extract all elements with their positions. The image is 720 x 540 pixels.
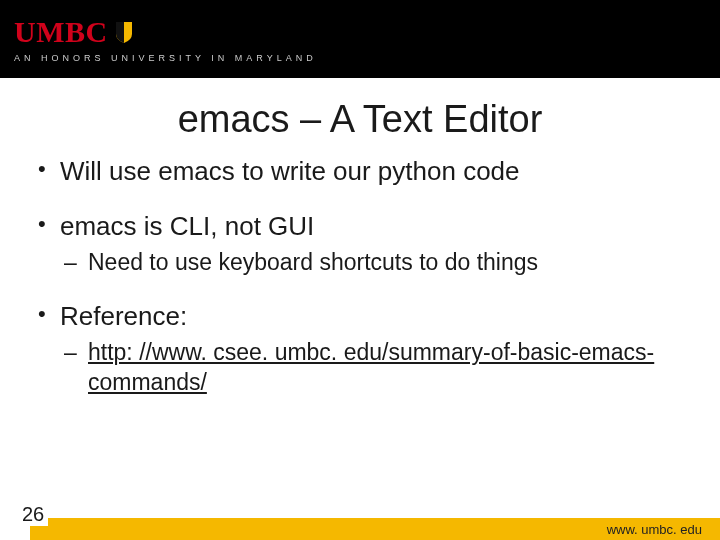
logo-text: UMBC [14, 17, 108, 47]
sub-bullet-item: http: //www. csee. umbc. edu/summary-of-… [60, 338, 684, 398]
bullet-text: Reference: [60, 301, 187, 331]
bullet-item: Will use emacs to write our python code [36, 155, 684, 188]
reference-link[interactable]: http: //www. csee. umbc. edu/summary-of-… [88, 339, 654, 395]
slide-title: emacs – A Text Editor [0, 78, 720, 155]
slide: UMBC AN HONORS UNIVERSITY IN MARYLAND em… [0, 0, 720, 540]
slide-content: Will use emacs to write our python code … [0, 155, 720, 540]
bullet-text: emacs is CLI, not GUI [60, 211, 314, 241]
header-bar: UMBC AN HONORS UNIVERSITY IN MARYLAND [0, 0, 720, 78]
footer-site: www. umbc. edu [607, 522, 702, 537]
sub-bullet-text: Need to use keyboard shortcuts to do thi… [88, 249, 538, 275]
sub-bullet-item: Need to use keyboard shortcuts to do thi… [60, 248, 684, 278]
bullet-text: Will use emacs to write our python code [60, 156, 520, 186]
page-number: 26 [22, 503, 48, 526]
tagline: AN HONORS UNIVERSITY IN MARYLAND [14, 53, 706, 63]
shield-icon [114, 20, 134, 44]
bullet-item: Reference: http: //www. csee. umbc. edu/… [36, 300, 684, 398]
logo: UMBC [14, 17, 706, 47]
footer: 26 www. umbc. edu [0, 508, 720, 540]
bullet-item: emacs is CLI, not GUI Need to use keyboa… [36, 210, 684, 278]
